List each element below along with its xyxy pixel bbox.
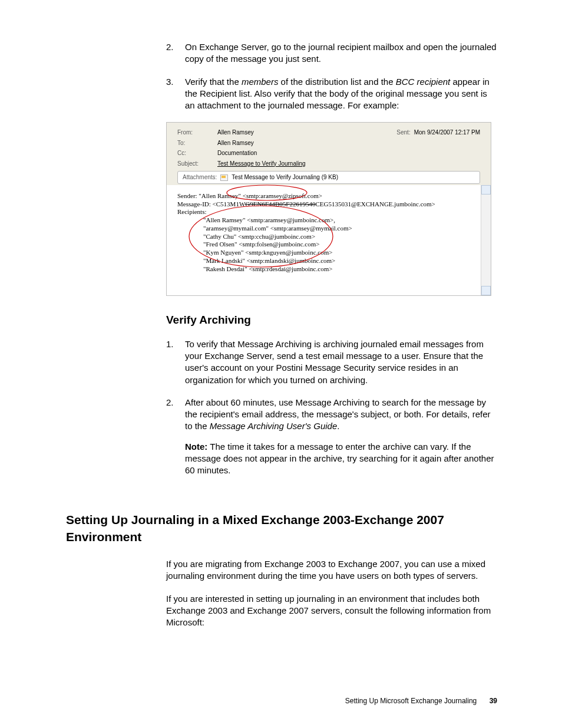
to-value: Allen Ramsey bbox=[217, 139, 254, 147]
message-body: Sender: "Allen Ramsey" <smtp:aramsey@zip… bbox=[167, 185, 491, 296]
message-id-line: Message-ID: <C513M1WG9EN6F44B05F22619540… bbox=[177, 200, 487, 209]
paragraph: If you are migrating from Exchange 2003 … bbox=[166, 558, 497, 582]
step-number: 1. bbox=[166, 338, 185, 386]
cc-label: Cc: bbox=[177, 149, 217, 157]
mail-icon bbox=[220, 174, 228, 181]
step-text: Verify that the members of the distribut… bbox=[185, 76, 497, 112]
recipient-line: "Kym Nguyen" <smtp:knguyen@jumboinc.com> bbox=[203, 249, 487, 257]
paragraph: If you are interested in setting up jour… bbox=[166, 593, 497, 629]
verify-step-1: 1. To verify that Message Archiving is a… bbox=[166, 338, 497, 386]
step-text: On Exchange Server, go to the journal re… bbox=[185, 41, 497, 65]
step-text: To verify that Message Archiving is arch… bbox=[185, 338, 497, 386]
step-number: 3. bbox=[166, 76, 185, 112]
attachment-name: Test Message to Verify Journaling (9 KB) bbox=[232, 173, 338, 182]
sent-value: Mon 9/24/2007 12:17 PM bbox=[414, 129, 480, 137]
recipient-line: "Rakesh Desdai" <smtp:rdesdai@jumboinc.c… bbox=[203, 265, 487, 274]
step-number: 2. bbox=[166, 397, 185, 477]
recipient-line: "Mark Landski" <smtp:mlandski@jumboinc.c… bbox=[203, 257, 487, 265]
recipient-line: "Fred Olsen" <smtp:folsen@jumboinc.com> bbox=[203, 241, 487, 249]
journal-screenshot: From: Allen Ramsey Sent: Mon 9/24/2007 1… bbox=[166, 122, 491, 296]
to-label: To: bbox=[177, 139, 217, 147]
step-2: 2. On Exchange Server, go to the journal… bbox=[166, 41, 497, 65]
attachments-label: Attachments: bbox=[183, 173, 217, 182]
recipient-line: "Cathy Chu" <smtp:cchu@jumboinc.com> bbox=[203, 233, 487, 241]
recipient-line: "aramsey@mymail.com" <smtp:aramsey@mymai… bbox=[203, 225, 487, 233]
verify-step-2: 2. After about 60 minutes, use Message A… bbox=[166, 397, 497, 477]
attachment-row: Attachments: Test Message to Verify Jour… bbox=[177, 171, 480, 184]
page-footer: Setting Up Microsoft Exchange Journaling… bbox=[345, 696, 497, 706]
footer-title: Setting Up Microsoft Exchange Journaling bbox=[345, 697, 477, 705]
page-number: 39 bbox=[490, 697, 497, 705]
from-label: From: bbox=[177, 129, 217, 137]
recipient-line: "Allen Ramsey" <smtp:aramsey@jumboinc.co… bbox=[203, 216, 487, 225]
scrollbar[interactable] bbox=[481, 185, 491, 296]
subject-label: Subject: bbox=[177, 160, 217, 168]
sender-line: Sender: "Allen Ramsey" <smtp:aramsey@zip… bbox=[177, 192, 487, 200]
heading-mixed-environment: Setting Up Journaling in a Mixed Exchang… bbox=[66, 512, 497, 545]
note-label: Note: bbox=[185, 442, 207, 452]
step-3: 3. Verify that the members of the distri… bbox=[166, 76, 497, 112]
cc-value: Documentation bbox=[217, 149, 257, 157]
heading-verify-archiving: Verify Archiving bbox=[166, 312, 497, 328]
subject-value: Test Message to Verify Journaling bbox=[217, 160, 306, 168]
from-value: Allen Ramsey bbox=[217, 129, 254, 137]
note-text: The time it takes for a message to enter… bbox=[185, 442, 494, 476]
sent-label: Sent: bbox=[396, 129, 410, 137]
step-number: 2. bbox=[166, 41, 185, 65]
recipients-label: Recipients: bbox=[177, 208, 487, 216]
step-text: After about 60 minutes, use Message Arch… bbox=[185, 397, 497, 477]
